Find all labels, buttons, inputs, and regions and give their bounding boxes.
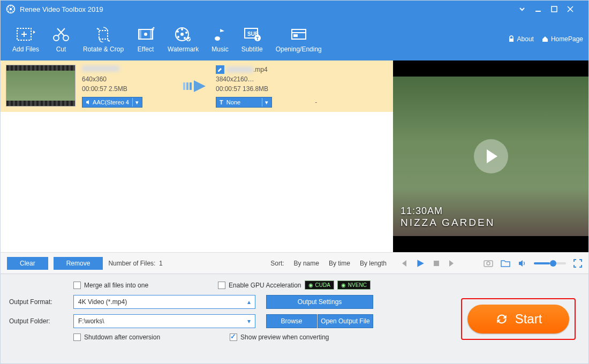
- svg-rect-7: [99, 31, 108, 39]
- output-settings-button[interactable]: Output Settings: [266, 295, 373, 309]
- destination-meta: .mp4 3840x2160… 00:00:57 136.8MB T None▾…: [216, 65, 388, 108]
- svg-point-19: [177, 31, 179, 33]
- open-folder-button[interactable]: [501, 259, 510, 268]
- audio-codec-pill[interactable]: AAC(Stereo 4▾: [82, 97, 142, 108]
- next-button[interactable]: [448, 259, 456, 268]
- tool-rotate-crop[interactable]: Rotate & Crop: [77, 20, 130, 58]
- svg-rect-32: [190, 82, 192, 90]
- tool-music[interactable]: Music: [205, 20, 235, 58]
- gpu-label: Enable GPU Acceleration: [229, 282, 301, 289]
- title-bar: Renee Video Toolbox 2019: [1, 1, 588, 18]
- convert-arrow-icon: [178, 78, 216, 94]
- tool-effect[interactable]: Effect: [130, 20, 161, 58]
- tool-watermark[interactable]: Watermark: [161, 20, 205, 58]
- close-button[interactable]: [567, 6, 583, 12]
- merge-checkbox[interactable]: [73, 282, 81, 289]
- subtitle-pill[interactable]: T None▾: [216, 97, 272, 108]
- svg-rect-29: [509, 39, 514, 42]
- svg-point-21: [215, 36, 220, 41]
- window-menu-icon[interactable]: [519, 6, 535, 12]
- svg-point-14: [180, 33, 184, 36]
- play-overlay-icon[interactable]: [474, 139, 508, 173]
- show-preview-checkbox[interactable]: [230, 333, 237, 341]
- about-link[interactable]: About: [508, 35, 534, 43]
- cut-icon: [52, 25, 70, 43]
- music-icon: [212, 25, 228, 43]
- destination-filename: [226, 66, 253, 73]
- app-title: Renee Video Toolbox 2019: [20, 5, 519, 13]
- clear-button[interactable]: Clear: [7, 257, 48, 270]
- minimize-button[interactable]: [535, 6, 551, 12]
- svg-rect-28: [293, 34, 298, 37]
- prev-button[interactable]: [399, 259, 408, 268]
- homepage-link[interactable]: HomePage: [541, 35, 583, 43]
- file-row[interactable]: 640x360 00:00:57 2.5MB AAC(Stereo 4▾: [1, 60, 393, 112]
- add-files-icon: [15, 25, 36, 43]
- list-bar: Clear Remove Number of Files: 1 Sort: By…: [1, 252, 393, 274]
- svg-point-5: [54, 35, 59, 41]
- stop-button[interactable]: [433, 260, 440, 267]
- preview-panel: 11:30AM NIZZA GARDEN: [393, 60, 588, 252]
- show-preview-label: Show preview when converting: [240, 333, 329, 341]
- svg-point-17: [184, 37, 186, 39]
- player-controls: [393, 252, 588, 274]
- volume-icon[interactable]: [518, 259, 526, 268]
- remove-button[interactable]: Remove: [54, 257, 103, 270]
- svg-point-16: [185, 32, 187, 34]
- tool-subtitle[interactable]: SUBT Subtitle: [235, 20, 269, 58]
- start-button[interactable]: Start: [467, 305, 569, 333]
- tool-add-files[interactable]: Add Files: [6, 20, 46, 58]
- snapshot-button[interactable]: [484, 259, 493, 268]
- bottom-panel: Merge all files into one Enable GPU Acce…: [1, 274, 588, 363]
- speaker-icon: [86, 100, 91, 105]
- effect-icon: [137, 25, 155, 43]
- svg-point-6: [63, 35, 69, 41]
- fullscreen-button[interactable]: [573, 259, 582, 268]
- volume-slider[interactable]: [534, 262, 566, 264]
- svg-rect-10: [150, 29, 153, 39]
- main-toolbar: Add Files Cut Rotate & Crop Effect Water…: [1, 18, 588, 60]
- shutdown-checkbox[interactable]: [73, 333, 81, 341]
- sort-by-time[interactable]: By time: [329, 260, 350, 267]
- source-filename: [82, 65, 119, 72]
- svg-rect-31: [186, 82, 188, 90]
- browse-button[interactable]: Browse: [266, 314, 317, 328]
- svg-point-15: [181, 28, 183, 31]
- preview-video[interactable]: 11:30AM NIZZA GARDEN: [393, 77, 588, 236]
- subtitle-icon: SUBT: [243, 25, 261, 43]
- refresh-icon: [495, 312, 509, 326]
- app-logo-icon: [6, 4, 16, 14]
- sort-by-length[interactable]: By length: [360, 260, 387, 267]
- gpu-checkbox[interactable]: [218, 282, 225, 289]
- edit-icon[interactable]: [216, 65, 224, 74]
- source-meta: 640x360 00:00:57 2.5MB AAC(Stereo 4▾: [82, 65, 178, 108]
- maximize-button[interactable]: [551, 6, 567, 12]
- svg-point-1: [10, 8, 12, 11]
- sort-by-name[interactable]: By name: [294, 260, 319, 267]
- svg-rect-30: [183, 82, 185, 90]
- play-button[interactable]: [416, 259, 425, 268]
- output-format-label: Output Format:: [9, 298, 73, 306]
- sort-label: Sort:: [270, 260, 284, 267]
- rotate-crop-icon: [94, 25, 112, 43]
- tool-opening-ending[interactable]: Opening/Ending: [269, 20, 328, 58]
- svg-text:T: T: [256, 36, 259, 41]
- preview-overlay-text: 11:30AM NIZZA GARDEN: [401, 206, 495, 229]
- svg-rect-9: [139, 29, 141, 39]
- open-output-button[interactable]: Open Output File: [318, 314, 373, 328]
- source-thumbnail: [6, 65, 75, 107]
- output-folder-combo[interactable]: F:\works\▾: [73, 314, 255, 328]
- lock-icon: [508, 35, 515, 43]
- svg-point-12: [153, 27, 155, 29]
- nvenc-badge: ◉ NVENC: [337, 280, 371, 290]
- shutdown-label: Shutdown after conversion: [84, 333, 160, 341]
- watermark-icon: [174, 25, 192, 43]
- file-count-label: Number of Files:: [108, 260, 155, 267]
- file-count-value: 1: [159, 260, 163, 267]
- svg-point-36: [487, 262, 490, 265]
- opening-ending-icon: [290, 25, 308, 43]
- start-highlight: Start: [461, 298, 576, 340]
- tool-cut[interactable]: Cut: [46, 20, 77, 58]
- output-format-combo[interactable]: 4K Video (*.mp4)▴: [73, 295, 255, 309]
- output-folder-label: Output Folder:: [9, 317, 73, 325]
